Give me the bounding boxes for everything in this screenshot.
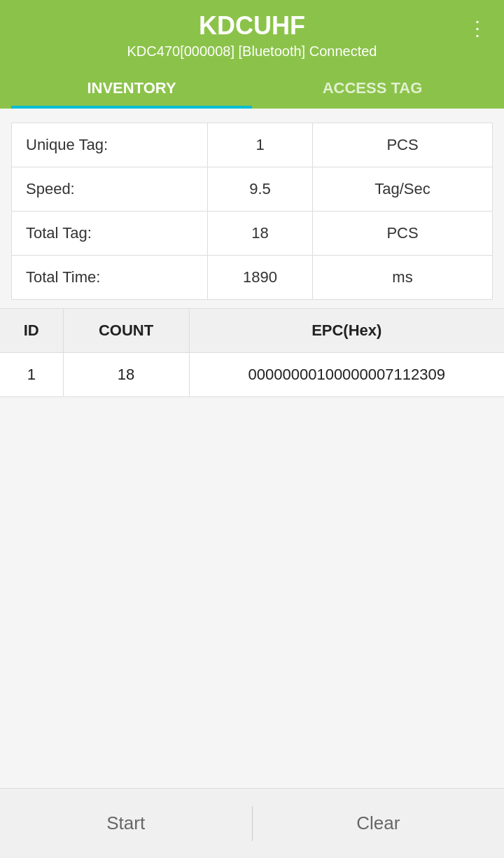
col-header-count: COUNT <box>63 309 189 353</box>
total-tag-unit: PCS <box>313 212 492 255</box>
stats-row-total-tag: Total Tag: 18 PCS <box>12 212 492 256</box>
col-header-epc: EPC(Hex) <box>189 309 504 353</box>
more-icon[interactable]: ⋮ <box>465 14 490 43</box>
header-subtitle: KDC470[000008] [Bluetooth] Connected <box>11 43 493 68</box>
epc-table: ID COUNT EPC(Hex) 1 18 00000000100000007… <box>0 308 504 397</box>
unique-tag-unit: PCS <box>313 123 492 167</box>
row-count: 18 <box>63 353 189 397</box>
speed-label: Speed: <box>12 167 208 211</box>
table-row: 1 18 00000000100000007112309 <box>0 353 504 397</box>
footer-bar: Start Clear <box>0 788 504 858</box>
total-tag-value: 18 <box>208 212 313 255</box>
start-button[interactable]: Start <box>0 793 252 854</box>
total-tag-label: Total Tag: <box>12 212 208 255</box>
stats-row-total-time: Total Time: 1890 ms <box>12 256 492 299</box>
app-title: KDCUHF <box>199 11 305 41</box>
row-epc: 00000000100000007112309 <box>189 353 504 397</box>
header-top: KDCUHF ⋮ <box>11 11 493 43</box>
tab-inventory[interactable]: INVENTORY <box>11 68 252 109</box>
tab-access-tag[interactable]: ACCESS TAG <box>252 68 493 109</box>
tab-bar: INVENTORY ACCESS TAG <box>11 68 493 109</box>
app-header: KDCUHF ⋮ KDC470[000008] [Bluetooth] Conn… <box>0 0 504 109</box>
speed-value: 9.5 <box>208 167 313 211</box>
col-header-id: ID <box>0 309 63 353</box>
total-time-value: 1890 <box>208 256 313 299</box>
row-id: 1 <box>0 353 63 397</box>
total-time-label: Total Time: <box>12 256 208 299</box>
total-time-unit: ms <box>313 256 492 299</box>
stats-row-unique-tag: Unique Tag: 1 PCS <box>12 123 492 167</box>
speed-unit: Tag/Sec <box>313 167 492 211</box>
clear-button[interactable]: Clear <box>253 793 505 854</box>
stats-row-speed: Speed: 9.5 Tag/Sec <box>12 167 492 212</box>
unique-tag-label: Unique Tag: <box>12 123 208 167</box>
unique-tag-value: 1 <box>208 123 313 167</box>
stats-table: Unique Tag: 1 PCS Speed: 9.5 Tag/Sec Tot… <box>11 123 493 300</box>
table-header-row: ID COUNT EPC(Hex) <box>0 309 504 353</box>
